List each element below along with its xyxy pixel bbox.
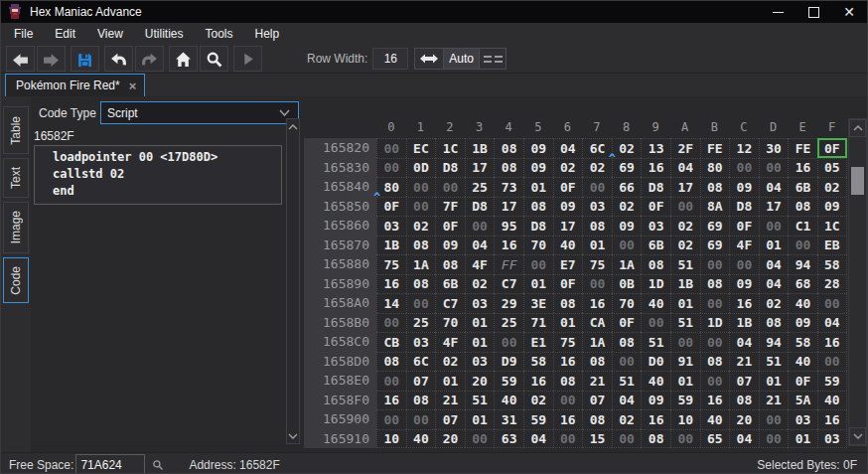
hex-byte[interactable]: EC xyxy=(406,138,436,158)
hex-byte[interactable]: FE xyxy=(788,138,817,158)
code-type-dropdown[interactable]: Script xyxy=(100,101,299,124)
hex-byte[interactable]: 03 xyxy=(465,293,495,313)
hex-byte[interactable]: 6C xyxy=(582,138,612,158)
hex-byte[interactable]: 04 xyxy=(817,313,847,333)
hex-byte[interactable]: 03 xyxy=(817,429,847,449)
scroll-up-icon[interactable] xyxy=(849,119,866,137)
hex-byte[interactable]: 08 xyxy=(641,254,670,274)
hex-byte[interactable]: 75 xyxy=(376,254,406,274)
hex-byte[interactable]: 3E xyxy=(523,293,553,313)
hex-byte[interactable]: 16 xyxy=(376,274,406,294)
hex-byte[interactable]: 58 xyxy=(523,352,553,372)
hex-byte[interactable]: 01 xyxy=(788,429,817,449)
hex-byte[interactable]: 58 xyxy=(788,332,817,352)
hex-byte[interactable]: 15 xyxy=(582,429,612,449)
hex-byte[interactable]: 12 xyxy=(729,138,759,158)
hex-byte[interactable]: 1A xyxy=(406,254,436,274)
hex-byte[interactable]: 80 xyxy=(700,158,730,178)
maximize-icon[interactable] xyxy=(796,1,831,23)
hex-byte[interactable]: 40 xyxy=(641,293,670,313)
hex-byte[interactable]: 28 xyxy=(817,274,847,294)
hex-byte[interactable]: 1B xyxy=(465,138,495,158)
hex-byte[interactable]: 17 xyxy=(553,216,583,236)
hex-byte[interactable]: 8A xyxy=(700,197,730,217)
hex-byte[interactable]: 09 xyxy=(641,391,670,410)
hex-byte[interactable]: 08 xyxy=(759,313,789,333)
hex-byte[interactable]: 08 xyxy=(700,177,730,197)
hex-byte[interactable]: 08 xyxy=(700,274,730,294)
hex-byte[interactable]: 01 xyxy=(582,236,612,255)
hex-byte[interactable]: 00 xyxy=(729,158,759,178)
hex-byte[interactable]: 09 xyxy=(435,236,465,255)
hex-byte[interactable]: 08 xyxy=(700,352,730,372)
hex-byte[interactable]: E1 xyxy=(523,332,553,352)
hex-byte[interactable]: 00 xyxy=(376,409,406,429)
hex-byte[interactable]: 08 xyxy=(494,138,523,158)
hex-byte[interactable]: 00 xyxy=(700,293,730,313)
hex-byte[interactable]: 01 xyxy=(670,293,700,313)
hex-byte[interactable]: CB xyxy=(376,332,406,352)
hex-byte[interactable]: 0F xyxy=(553,274,583,294)
hex-byte[interactable]: 94 xyxy=(788,254,817,274)
hex-byte[interactable]: 1B xyxy=(670,274,700,294)
hex-byte[interactable]: 75 xyxy=(582,254,612,274)
hex-byte[interactable]: 63 xyxy=(494,429,523,449)
hex-byte[interactable]: 02 xyxy=(523,391,553,410)
hex-byte[interactable]: 2F xyxy=(670,138,700,158)
home-button[interactable] xyxy=(169,46,198,72)
hex-byte[interactable]: C7 xyxy=(494,274,523,294)
hex-byte[interactable]: 80 xyxy=(376,177,406,197)
hex-byte[interactable]: 51 xyxy=(670,313,700,333)
save-button[interactable] xyxy=(71,46,99,72)
hex-byte[interactable]: 59 xyxy=(817,371,847,391)
row-width-input[interactable] xyxy=(372,48,408,70)
hex-byte[interactable]: 00 xyxy=(670,332,700,352)
hex-byte[interactable]: 5A xyxy=(788,391,817,410)
hex-byte[interactable]: 04 xyxy=(465,236,495,255)
hex-byte[interactable]: D8 xyxy=(729,197,759,217)
hex-byte[interactable]: 04 xyxy=(759,177,789,197)
hex-byte[interactable]: 31 xyxy=(494,409,523,429)
hex-byte[interactable]: 0D xyxy=(406,158,436,178)
hex-byte[interactable]: 00 xyxy=(759,409,789,429)
hex-byte[interactable]: 25 xyxy=(465,177,495,197)
hex-byte[interactable]: 03 xyxy=(582,197,612,217)
hex-byte[interactable]: 08 xyxy=(729,391,759,410)
minimize-icon[interactable] xyxy=(760,1,796,23)
hex-byte[interactable]: 03 xyxy=(406,332,436,352)
hex-byte[interactable]: 91 xyxy=(670,352,700,372)
hex-byte[interactable]: FE xyxy=(700,138,730,158)
hex-byte[interactable]: 00 xyxy=(523,254,553,274)
hex-byte[interactable]: 00 xyxy=(670,197,700,217)
hex-byte[interactable]: 04 xyxy=(670,158,700,178)
hex-byte[interactable]: 65 xyxy=(700,429,730,449)
hex-byte[interactable]: 00 xyxy=(406,293,436,313)
menu-edit[interactable]: Edit xyxy=(44,23,86,45)
hex-byte[interactable]: 25 xyxy=(406,313,436,333)
hex-byte[interactable]: 08 xyxy=(523,197,553,217)
hex-byte[interactable]: 00 xyxy=(376,138,406,158)
hex-byte[interactable]: 59 xyxy=(494,371,523,391)
hex-byte[interactable]: 09 xyxy=(729,177,759,197)
hex-byte[interactable]: 70 xyxy=(523,236,553,255)
hex-byte[interactable]: 08 xyxy=(788,197,817,217)
auto-width-toggle[interactable]: Auto xyxy=(443,49,479,69)
hex-byte[interactable]: 4F xyxy=(729,236,759,255)
hex-byte[interactable]: 4F xyxy=(465,254,495,274)
hex-byte[interactable]: 01 xyxy=(523,177,553,197)
hex-byte[interactable]: 02 xyxy=(612,409,642,429)
hex-byte[interactable]: C1 xyxy=(788,216,817,236)
hex-byte[interactable]: 00 xyxy=(817,293,847,313)
hex-byte[interactable]: 02 xyxy=(465,274,495,294)
hex-byte[interactable]: 40 xyxy=(494,391,523,410)
hex-byte[interactable]: 01 xyxy=(670,371,700,391)
hex-byte[interactable]: 6C xyxy=(406,352,436,372)
free-space-search-button[interactable] xyxy=(149,456,167,474)
hex-byte[interactable]: C7 xyxy=(435,293,465,313)
hex-byte[interactable]: 40 xyxy=(817,391,847,410)
hex-byte[interactable]: 04 xyxy=(553,138,583,158)
hex-byte[interactable]: 16 xyxy=(641,158,670,178)
hex-byte[interactable]: 00 xyxy=(494,332,523,352)
hex-byte[interactable]: 70 xyxy=(612,293,642,313)
hex-byte[interactable]: 16 xyxy=(729,293,759,313)
